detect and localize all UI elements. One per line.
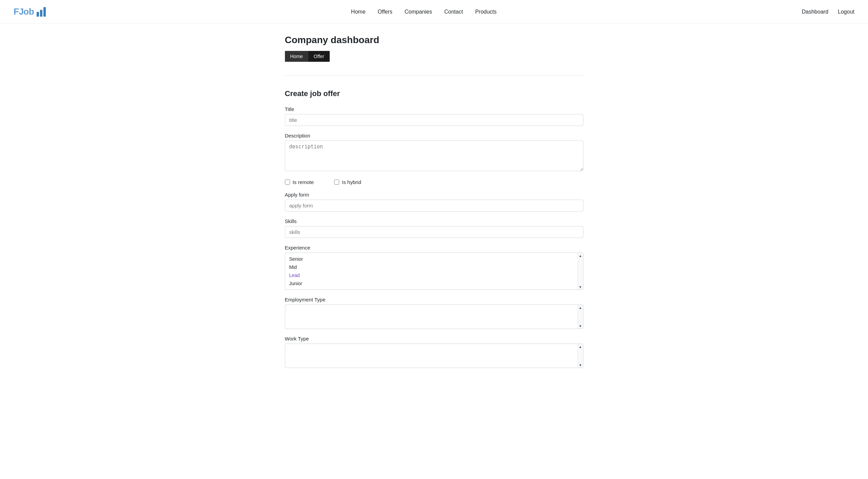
is-remote-checkbox-label[interactable]: Is remote [285, 179, 314, 185]
experience-label: Experience [285, 245, 583, 251]
nav-offers[interactable]: Offers [378, 9, 392, 15]
main-content: Company dashboard Home Offer Create job … [271, 24, 597, 386]
work-type-label: Work Type [285, 336, 583, 342]
experience-scroll-down[interactable]: ▼ [579, 285, 582, 289]
title-field-group: Title [285, 106, 583, 126]
brand-bars-icon [37, 7, 46, 17]
nav-logout[interactable]: Logout [838, 9, 854, 15]
description-label: Description [285, 133, 583, 139]
nav-companies[interactable]: Companies [405, 9, 432, 15]
experience-scroll-up[interactable]: ▲ [579, 254, 582, 257]
experience-option-mid[interactable]: Mid [285, 263, 578, 271]
employment-type-listbox-content [285, 305, 578, 329]
description-input[interactable] [285, 141, 583, 171]
experience-option-lead[interactable]: Lead [285, 271, 578, 279]
breadcrumb-home[interactable]: Home [285, 51, 308, 62]
work-type-listbox-content [285, 344, 578, 368]
is-hybrid-checkbox[interactable] [334, 180, 339, 185]
skills-input[interactable] [285, 226, 583, 238]
employment-type-field-group: Employment Type ▲ ▼ [285, 297, 583, 329]
is-hybrid-label: Is hybrid [342, 179, 361, 185]
apply-form-field-group: Apply form [285, 192, 583, 211]
title-input[interactable] [285, 114, 583, 126]
navbar: FJob Home Offers Companies Contact Produ… [0, 0, 868, 24]
work-type-scroll-down[interactable]: ▼ [579, 363, 582, 367]
breadcrumb: Home Offer [285, 51, 330, 62]
employment-type-scrollbar: ▲ ▼ [578, 305, 583, 329]
nav-dashboard[interactable]: Dashboard [802, 9, 828, 15]
checkbox-row: Is remote Is hybrid [285, 179, 583, 185]
nav-right: Dashboard Logout [802, 9, 854, 15]
employment-type-listbox[interactable]: ▲ ▼ [285, 305, 583, 329]
brand-logo[interactable]: FJob [14, 6, 46, 17]
divider [285, 75, 583, 76]
breadcrumb-offer[interactable]: Offer [308, 51, 330, 62]
experience-scrollbar: ▲ ▼ [578, 253, 583, 290]
page-title: Company dashboard [285, 35, 583, 45]
work-type-field-group: Work Type ▲ ▼ [285, 336, 583, 368]
is-remote-checkbox[interactable] [285, 180, 290, 185]
title-label: Title [285, 106, 583, 112]
form-title: Create job offer [285, 89, 583, 98]
nav-contact[interactable]: Contact [444, 9, 463, 15]
is-hybrid-checkbox-label[interactable]: Is hybrid [334, 179, 361, 185]
nav-home[interactable]: Home [351, 9, 366, 15]
experience-option-junior[interactable]: Junior [285, 279, 578, 288]
work-type-scrollbar: ▲ ▼ [578, 344, 583, 368]
employment-type-scroll-up[interactable]: ▲ [579, 306, 582, 309]
skills-field-group: Skills [285, 218, 583, 238]
employment-type-label: Employment Type [285, 297, 583, 302]
experience-listbox[interactable]: Senior Mid Lead Junior ▲ ▼ [285, 253, 583, 290]
experience-option-senior[interactable]: Senior [285, 255, 578, 263]
is-remote-label: Is remote [293, 179, 314, 185]
description-field-group: Description [285, 133, 583, 172]
work-type-scroll-up[interactable]: ▲ [579, 345, 582, 348]
apply-form-input[interactable] [285, 200, 583, 211]
apply-form-label: Apply form [285, 192, 583, 198]
brand-name: FJob [14, 6, 34, 17]
skills-label: Skills [285, 218, 583, 224]
experience-field-group: Experience Senior Mid Lead Junior ▲ ▼ [285, 245, 583, 290]
employment-type-scroll-down[interactable]: ▼ [579, 324, 582, 328]
experience-listbox-content: Senior Mid Lead Junior [285, 253, 578, 290]
nav-products[interactable]: Products [475, 9, 497, 15]
nav-links: Home Offers Companies Contact Products [351, 9, 497, 15]
work-type-listbox[interactable]: ▲ ▼ [285, 344, 583, 368]
